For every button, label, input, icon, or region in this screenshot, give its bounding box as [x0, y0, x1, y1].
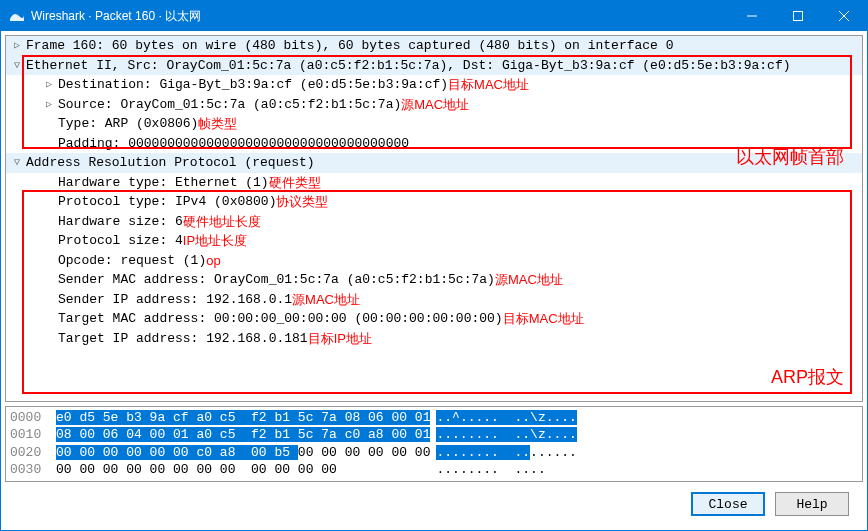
arp-smac-row[interactable]: Sender MAC address: OrayCom_01:5c:7a (a0…	[6, 270, 862, 290]
arp-sip-text: Sender IP address: 192.168.0.1	[58, 290, 292, 310]
arp-tip-row[interactable]: Target IP address: 192.168.0.181 目标IP地址	[6, 329, 862, 349]
arp-tip-annot: 目标IP地址	[308, 329, 372, 349]
hex-offset: 0020	[10, 444, 56, 462]
hex-offset: 0010	[10, 426, 56, 444]
arp-ptype-text: Protocol type: IPv4 (0x0800)	[58, 192, 276, 212]
ethernet-summary: Ethernet II, Src: OrayCom_01:5c:7a (a0:c…	[26, 56, 791, 76]
wireshark-icon	[9, 8, 25, 24]
hex-row-2[interactable]: 002000 00 00 00 00 00 c0 a8 00 b5 00 00 …	[10, 444, 858, 462]
expand-icon[interactable]: ▷	[42, 97, 56, 112]
button-bar: Close Help	[5, 482, 863, 526]
arp-sip-annot: 源MAC地址	[292, 290, 360, 310]
packet-details-window: Wireshark · Packet 160 · 以太网 以太网帧首部 ARP报…	[0, 0, 868, 531]
eth-type-row[interactable]: Type: ARP (0x0806) 帧类型	[6, 114, 862, 134]
eth-dst-text: Destination: Giga-Byt_b3:9a:cf (e0:d5:5e…	[58, 75, 448, 95]
hex-offset: 0030	[10, 461, 56, 479]
titlebar[interactable]: Wireshark · Packet 160 · 以太网	[1, 1, 867, 31]
svg-rect-0	[794, 12, 803, 21]
arp-tmac-annot: 目标MAC地址	[503, 309, 584, 329]
eth-src-annot: 源MAC地址	[401, 95, 469, 115]
arp-smac-text: Sender MAC address: OrayCom_01:5c:7a (a0…	[58, 270, 495, 290]
arp-psize-row[interactable]: Protocol size: 4 IP地址长度	[6, 231, 862, 251]
arp-opcode-annot: op	[206, 251, 220, 271]
collapse-icon[interactable]: ▽	[10, 58, 24, 73]
arp-opcode-text: Opcode: request (1)	[58, 251, 206, 271]
ethernet-row[interactable]: ▽Ethernet II, Src: OrayCom_01:5c:7a (a0:…	[6, 56, 862, 76]
maximize-button[interactable]	[775, 1, 821, 31]
arp-hwsize-row[interactable]: Hardware size: 6 硬件地址长度	[6, 212, 862, 232]
arp-psize-text: Protocol size: 4	[58, 231, 183, 251]
expand-icon[interactable]: ▷	[42, 77, 56, 92]
minimize-button[interactable]	[729, 1, 775, 31]
arp-sip-row[interactable]: Sender IP address: 192.168.0.1 源MAC地址	[6, 290, 862, 310]
hex-row-1[interactable]: 001008 00 06 04 00 01 a0 c5 f2 b1 5c 7a …	[10, 426, 858, 444]
arp-tmac-text: Target MAC address: 00:00:00_00:00:00 (0…	[58, 309, 503, 329]
expand-icon[interactable]: ▷	[10, 38, 24, 53]
eth-src-row[interactable]: ▷Source: OrayCom_01:5c:7a (a0:c5:f2:b1:5…	[6, 95, 862, 115]
arp-row[interactable]: ▽Address Resolution Protocol (request)	[6, 153, 862, 173]
eth-pad-row[interactable]: Padding: 0000000000000000000000000000000…	[6, 134, 862, 154]
arp-tmac-row[interactable]: Target MAC address: 00:00:00_00:00:00 (0…	[6, 309, 862, 329]
arp-hwsize-text: Hardware size: 6	[58, 212, 183, 232]
window-title: Wireshark · Packet 160 · 以太网	[31, 8, 729, 25]
close-window-button[interactable]	[821, 1, 867, 31]
collapse-icon[interactable]: ▽	[10, 155, 24, 170]
eth-dst-annot: 目标MAC地址	[448, 75, 529, 95]
hex-offset: 0000	[10, 409, 56, 427]
ethernet-section-label: 以太网帧首部	[736, 144, 844, 171]
packet-tree-pane[interactable]: 以太网帧首部 ARP报文 ▷Frame 160: 60 bytes on wir…	[5, 35, 863, 402]
eth-pad-text: Padding: 0000000000000000000000000000000…	[58, 134, 409, 154]
arp-opcode-row[interactable]: Opcode: request (1) op	[6, 251, 862, 271]
eth-src-text: Source: OrayCom_01:5c:7a (a0:c5:f2:b1:5c…	[58, 95, 401, 115]
arp-tip-text: Target IP address: 192.168.0.181	[58, 329, 308, 349]
frame-row[interactable]: ▷Frame 160: 60 bytes on wire (480 bits),…	[6, 36, 862, 56]
arp-ptype-annot: 协议类型	[276, 192, 328, 212]
arp-hwtype-annot: 硬件类型	[269, 173, 321, 193]
arp-section-label: ARP报文	[771, 364, 844, 391]
eth-type-annot: 帧类型	[198, 114, 237, 134]
hex-row-3[interactable]: 003000 00 00 00 00 00 00 00 00 00 00 00 …	[10, 461, 858, 479]
arp-hwtype-text: Hardware type: Ethernet (1)	[58, 173, 269, 193]
arp-psize-annot: IP地址长度	[183, 231, 247, 251]
arp-hwtype-row[interactable]: Hardware type: Ethernet (1) 硬件类型	[6, 173, 862, 193]
arp-smac-annot: 源MAC地址	[495, 270, 563, 290]
help-button[interactable]: Help	[775, 492, 849, 516]
close-button[interactable]: Close	[691, 492, 765, 516]
hex-row-0[interactable]: 0000e0 d5 5e b3 9a cf a0 c5 f2 b1 5c 7a …	[10, 409, 858, 427]
arp-ptype-row[interactable]: Protocol type: IPv4 (0x0800) 协议类型	[6, 192, 862, 212]
frame-summary: Frame 160: 60 bytes on wire (480 bits), …	[26, 36, 674, 56]
hex-dump-pane[interactable]: 0000e0 d5 5e b3 9a cf a0 c5 f2 b1 5c 7a …	[5, 406, 863, 482]
eth-dst-row[interactable]: ▷Destination: Giga-Byt_b3:9a:cf (e0:d5:5…	[6, 75, 862, 95]
content-area: 以太网帧首部 ARP报文 ▷Frame 160: 60 bytes on wir…	[1, 31, 867, 530]
arp-hwsize-annot: 硬件地址长度	[183, 212, 261, 232]
window-controls	[729, 1, 867, 31]
arp-summary: Address Resolution Protocol (request)	[26, 153, 315, 173]
eth-type-text: Type: ARP (0x0806)	[58, 114, 198, 134]
